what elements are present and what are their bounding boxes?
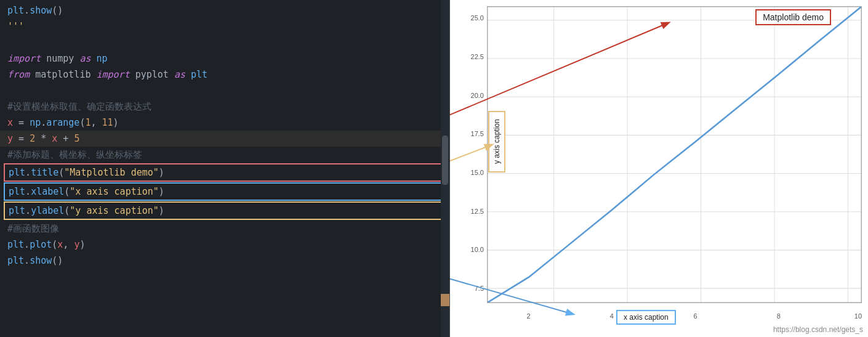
code-line: ''' <box>0 18 449 35</box>
code-line-xlabel: plt.xlabel("x axis caption") <box>4 182 446 201</box>
x-tick-10: 10 <box>854 312 862 320</box>
code-line-comment2: #添加标题、横坐标、纵坐标标签 <box>0 147 449 163</box>
code-line-title: plt.title("Matplotlib demo") <box>4 163 446 182</box>
code-line: plt.show() <box>0 2 449 18</box>
code-line-comment3: #画函数图像 <box>0 221 449 237</box>
code-line-show: plt.show() <box>0 253 449 269</box>
code-line-ylabel: plt.ylabel("y axis caption") <box>4 201 446 220</box>
chart-area <box>487 6 862 303</box>
x-tick-4: 4 <box>610 312 614 320</box>
code-line-plot: plt.plot(x, y) <box>0 237 449 253</box>
watermark: https://blog.csdn.net/gets_s <box>773 325 863 334</box>
x-axis-caption-box: x axis caption <box>616 310 676 325</box>
y-tick-100: 10.0 <box>471 246 484 253</box>
x-tick-8: 8 <box>777 312 781 320</box>
chart-title-box: Matplotlib demo <box>755 9 831 25</box>
y-tick-075: 7.5 <box>475 285 484 292</box>
chart-svg <box>488 7 861 302</box>
code-line-y-assign: y = 2 * x + 5 <box>0 131 449 147</box>
x-tick-6: 6 <box>694 312 697 320</box>
code-line <box>0 83 449 99</box>
scrollbar[interactable] <box>441 0 449 337</box>
scrollbar-thumb[interactable] <box>442 136 448 185</box>
svg-rect-13 <box>488 7 861 302</box>
chart-panel: 25.0 22.5 20.0 17.5 15.0 12.5 10.0 7.5 <box>449 0 868 337</box>
y-tick-225: 22.5 <box>471 53 484 60</box>
scrollbar-mini <box>441 294 449 306</box>
y-axis-caption-box: y axis caption <box>488 111 505 173</box>
code-line-import-numpy: import numpy as np <box>0 51 449 67</box>
code-line-x-assign: x = np.arange(1, 11) <box>0 115 449 131</box>
y-tick-250: 25.0 <box>471 14 484 22</box>
chart-title: Matplotlib demo <box>763 12 824 22</box>
y-axis-labels: 25.0 22.5 20.0 17.5 15.0 12.5 10.0 7.5 <box>450 6 484 303</box>
y-tick-125: 12.5 <box>471 208 484 215</box>
code-line-comment1: #设置横坐标取值、确定函数表达式 <box>0 99 449 115</box>
y-axis-label: y axis caption <box>492 120 501 164</box>
y-tick-150: 15.0 <box>471 169 484 176</box>
y-tick-200: 20.0 <box>471 92 484 99</box>
y-tick-175: 17.5 <box>471 130 484 137</box>
x-axis-label: x axis caption <box>624 313 669 322</box>
code-line <box>0 35 449 51</box>
x-tick-2: 2 <box>527 312 531 320</box>
code-line-import-pyplot: from matplotlib import pyplot as plt <box>0 67 449 83</box>
code-panel: plt.show() ''' import numpy as np from m… <box>0 0 449 337</box>
